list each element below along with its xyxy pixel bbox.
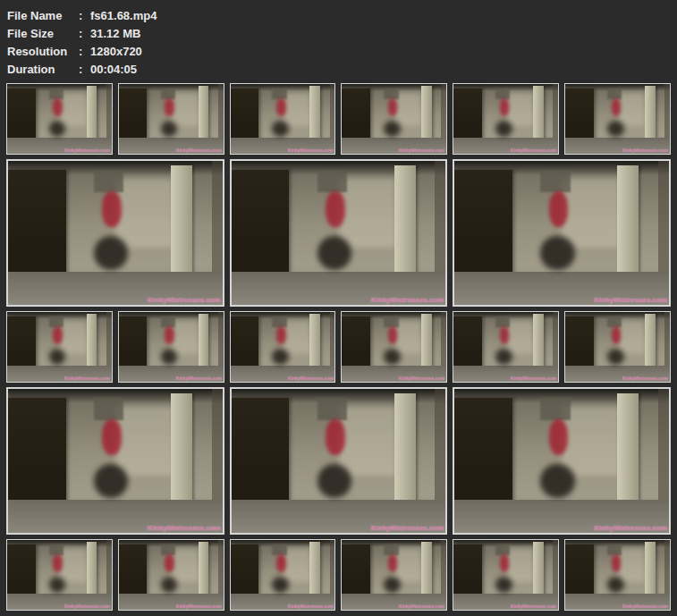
video-thumbnail[interactable]: KinkyMistresses.com: [341, 311, 447, 383]
file-info-panel: File Name:fs61.68.mp4 File Size:31.12 MB…: [0, 0, 677, 79]
video-frame-placeholder: KinkyMistresses.com: [7, 540, 112, 610]
duration-value: 00:04:05: [90, 63, 137, 76]
scene-red-accent: [102, 419, 122, 455]
scene-tiled-wall: [59, 320, 88, 353]
scene-dark-accent: [495, 577, 512, 594]
scene-tiled-wall: [171, 92, 199, 125]
video-thumbnail[interactable]: KinkyMistresses.com: [564, 311, 671, 383]
scene-dark-accent: [540, 464, 574, 499]
scene-tiled-wall: [562, 178, 620, 247]
scene-red-accent: [500, 98, 510, 116]
watermark-text: KinkyMistresses.com: [511, 148, 556, 153]
scene-pillar: [309, 542, 320, 595]
resolution-line: Resolution:1280x720: [7, 43, 670, 61]
scene-doorway: [453, 89, 482, 140]
scene-red-accent: [500, 554, 510, 572]
scene-tiled-wall: [506, 548, 535, 581]
scene-right-beam: [658, 161, 669, 279]
video-frame-placeholder: KinkyMistresses.com: [231, 312, 335, 382]
scene-right-beam: [330, 540, 335, 597]
scene-red-accent: [388, 98, 398, 116]
scene-tiled-wall: [171, 548, 199, 581]
scene-doorway: [7, 544, 36, 596]
scene-doorway: [119, 316, 148, 368]
watermark-text: KinkyMistresses.com: [400, 148, 445, 153]
scene-doorway: [453, 544, 482, 596]
scene-dark-accent: [49, 121, 66, 138]
video-thumbnail[interactable]: KinkyMistresses.com: [453, 539, 559, 611]
scene-right-beam: [218, 540, 224, 597]
scene-red-accent: [165, 554, 174, 572]
watermark-text: KinkyMistresses.com: [176, 148, 222, 153]
video-thumbnail[interactable]: KinkyMistresses.com: [6, 83, 113, 155]
scene-tiled-wall: [562, 406, 620, 475]
scene-red-accent: [500, 326, 510, 344]
scene-right-beam: [106, 540, 112, 597]
scene-pillar: [199, 314, 209, 367]
video-thumbnail[interactable]: KinkyMistresses.com: [453, 311, 559, 383]
video-thumbnail[interactable]: KinkyMistresses.com: [118, 311, 224, 383]
watermark-text: KinkyMistresses.com: [288, 376, 334, 381]
scene-red-accent: [326, 419, 345, 455]
watermark-text: KinkyMistresses.com: [148, 525, 221, 532]
scene-tiled-wall: [394, 320, 423, 353]
scene-tiled-wall: [283, 320, 311, 353]
video-frame-placeholder: KinkyMistresses.com: [8, 389, 223, 533]
scene-dark-accent: [161, 349, 178, 366]
scene-doorway: [454, 170, 512, 276]
scene-wall-panel: [540, 398, 571, 421]
video-thumbnail[interactable]: KinkyMistresses.com: [230, 83, 336, 155]
watermark-text: KinkyMistresses.com: [64, 376, 110, 381]
scene-red-accent: [53, 326, 63, 344]
video-thumbnail[interactable]: KinkyMistresses.com: [6, 387, 224, 535]
scene-dark-accent: [49, 349, 66, 366]
scene-red-accent: [612, 326, 622, 344]
video-thumbnail[interactable]: KinkyMistresses.com: [6, 539, 113, 611]
thumbnail-row-small: KinkyMistresses.comKinkyMistresses.comKi…: [6, 83, 671, 155]
scene-right-beam: [553, 84, 558, 141]
scene-right-beam: [218, 312, 224, 369]
video-frame-placeholder: KinkyMistresses.com: [454, 389, 669, 533]
scene-pillar: [421, 86, 432, 139]
video-thumbnail[interactable]: KinkyMistresses.com: [564, 83, 671, 155]
scene-tiled-wall: [339, 178, 397, 247]
video-frame-placeholder: KinkyMistresses.com: [119, 84, 224, 154]
video-thumbnail[interactable]: KinkyMistresses.com: [118, 539, 224, 611]
scene-dark-accent: [495, 121, 512, 138]
video-frame-placeholder: KinkyMistresses.com: [342, 540, 446, 610]
scene-red-accent: [53, 554, 63, 572]
scene-right-beam: [106, 84, 112, 141]
video-thumbnail[interactable]: KinkyMistresses.com: [230, 311, 336, 383]
video-frame-placeholder: KinkyMistresses.com: [7, 312, 112, 382]
separator: :: [79, 43, 90, 61]
video-thumbnail[interactable]: KinkyMistresses.com: [6, 159, 224, 307]
scene-tiled-wall: [283, 92, 311, 125]
video-thumbnail[interactable]: KinkyMistresses.com: [453, 387, 671, 535]
video-thumbnail[interactable]: KinkyMistresses.com: [341, 83, 447, 155]
separator: :: [79, 7, 90, 25]
scene-pillar: [645, 314, 656, 367]
scene-red-accent: [276, 326, 286, 344]
scene-pillar: [645, 542, 656, 595]
scene-doorway: [231, 316, 259, 368]
video-thumbnail[interactable]: KinkyMistresses.com: [453, 159, 671, 307]
scene-pillar: [171, 165, 192, 276]
video-thumbnail[interactable]: KinkyMistresses.com: [564, 539, 671, 611]
video-thumbnail[interactable]: KinkyMistresses.com: [230, 159, 448, 307]
video-thumbnail[interactable]: KinkyMistresses.com: [230, 387, 448, 535]
watermark-text: KinkyMistresses.com: [176, 376, 222, 381]
video-thumbnail[interactable]: KinkyMistresses.com: [6, 311, 113, 383]
contact-sheet: File Name:fs61.68.mp4 File Size:31.12 MB…: [0, 0, 677, 616]
scene-doorway: [232, 170, 290, 276]
scene-wall-panel: [49, 316, 63, 327]
scene-dark-accent: [607, 577, 624, 594]
scene-wall-panel: [317, 170, 348, 193]
scene-pillar: [309, 314, 320, 367]
video-thumbnail[interactable]: KinkyMistresses.com: [453, 83, 559, 155]
scene-wall-panel: [495, 544, 510, 555]
video-thumbnail[interactable]: KinkyMistresses.com: [230, 539, 336, 611]
scene-red-accent: [388, 326, 398, 344]
video-thumbnail[interactable]: KinkyMistresses.com: [341, 539, 447, 611]
video-thumbnail[interactable]: KinkyMistresses.com: [118, 83, 224, 155]
video-frame-placeholder: KinkyMistresses.com: [453, 312, 558, 382]
